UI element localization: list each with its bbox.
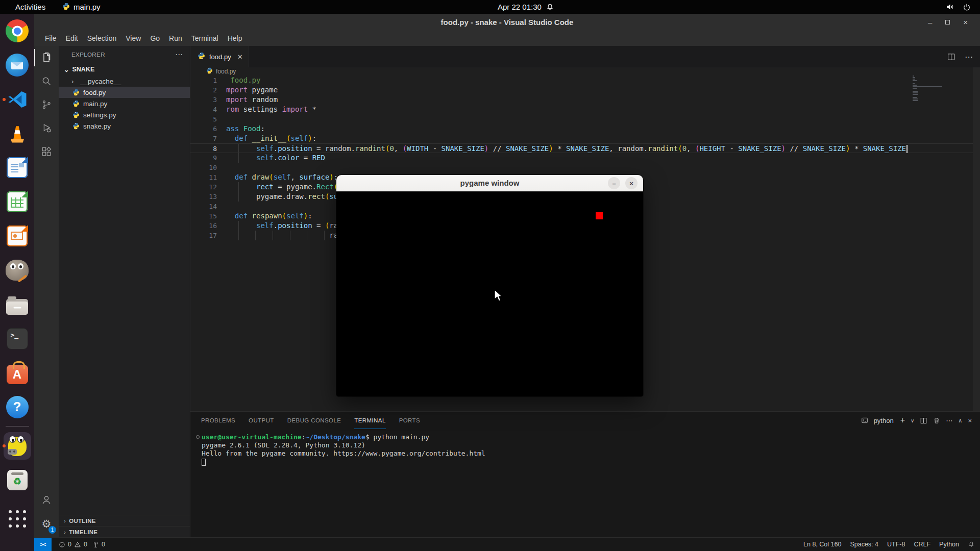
dock-item-app-grid[interactable] [2, 497, 33, 531]
status-python[interactable]: Python [939, 541, 959, 548]
editor-more-actions[interactable]: ⋯ [965, 52, 973, 62]
vscode-titlebar[interactable]: food.py - snake - Visual Studio Code – × [34, 14, 980, 31]
project-root-row[interactable]: ⌄ SNAKE [59, 63, 190, 76]
panel-maximize-icon[interactable]: ∧ [958, 417, 962, 424]
breadcrumb-label: food.py [216, 68, 236, 75]
dock-item-libreoffice-impress[interactable] [2, 219, 33, 253]
menu-go[interactable]: Go [145, 34, 164, 42]
pygame-titlebar[interactable]: pygame window – × [336, 175, 643, 191]
food-square [596, 212, 603, 219]
dock-item-files[interactable] [2, 287, 33, 321]
maximize-button[interactable] [945, 20, 950, 24]
panel-tab-debug-console[interactable]: DEBUG CONSOLE [287, 412, 341, 429]
files-folder-icon [6, 299, 28, 315]
menu-help[interactable]: Help [223, 34, 247, 42]
terminal-dropdown-icon[interactable]: ∨ [911, 418, 914, 423]
dock-item-vscode[interactable] [2, 82, 33, 116]
terminal-output[interactable]: user@user-virtual-machine:~/Desktop/snak… [202, 433, 485, 466]
bottom-panel: PROBLEMSOUTPUTDEBUG CONSOLETERMINALPORTS… [190, 411, 980, 537]
kill-terminal-trash-icon[interactable] [933, 417, 940, 424]
menu-selection[interactable]: Selection [83, 34, 121, 42]
menu-file[interactable]: File [40, 34, 61, 42]
dock-item-pygame-app[interactable] [2, 429, 33, 463]
panel-close-icon[interactable]: × [968, 417, 972, 424]
close-button[interactable]: × [963, 18, 968, 27]
breadcrumb[interactable]: food.py [206, 67, 236, 76]
file-tree-item-snake.py[interactable]: snake.py [59, 120, 190, 132]
search-activity-icon[interactable] [34, 69, 59, 93]
status-crlf[interactable]: CRLF [914, 541, 930, 548]
code-line-2: 2mport pygame [190, 85, 973, 95]
system-status-area[interactable] [946, 0, 971, 14]
chrome-icon [6, 19, 29, 42]
power-icon [963, 3, 971, 11]
settings-gear-icon[interactable]: ⚙ 1 [34, 512, 59, 535]
new-terminal-icon[interactable]: + [900, 416, 905, 425]
split-editor-icon[interactable] [947, 53, 955, 61]
menu-terminal[interactable]: Terminal [187, 34, 223, 42]
status-ln[interactable]: Ln 8, Col 160 [803, 541, 841, 548]
ports-count: 0 [102, 541, 105, 548]
ports-status[interactable]: 0 [89, 538, 108, 551]
sidebar-section-outline[interactable]: ›OUTLINE [59, 515, 190, 526]
extensions-activity-icon[interactable] [34, 140, 59, 163]
tab-close-icon[interactable]: ✕ [237, 53, 243, 61]
panel-tab-problems[interactable]: PROBLEMS [201, 412, 235, 429]
remote-indicator[interactable]: >< [34, 538, 52, 551]
panel-tab-output[interactable]: OUTPUT [249, 412, 274, 429]
status-spaces[interactable]: Spaces: 4 [850, 541, 878, 548]
minimap[interactable] [913, 76, 944, 102]
clock-menu[interactable]: Apr 22 01:30 [498, 0, 554, 14]
dock-item-thunderbird[interactable] [2, 48, 33, 82]
dock-item-trash[interactable] [2, 463, 33, 497]
menu-edit[interactable]: Edit [61, 34, 83, 42]
menu-run[interactable]: Run [164, 34, 187, 42]
dock-item-vlc[interactable] [2, 116, 33, 151]
dock-item-gimp[interactable] [2, 253, 33, 287]
python-icon [198, 52, 205, 61]
dock-item-libreoffice-calc[interactable] [2, 185, 33, 219]
explorer-activity-icon[interactable] [34, 46, 59, 69]
sidebar-section-timeline[interactable]: ›TIMELINE [59, 526, 190, 537]
activity-bar: ⚙ 1 [34, 46, 59, 537]
menu-view[interactable]: View [121, 34, 145, 42]
source-control-activity-icon[interactable] [34, 93, 59, 116]
explorer-more-actions[interactable]: ⋯ [175, 50, 183, 59]
chevron-right-icon: › [64, 518, 66, 524]
dock-item-help[interactable] [2, 390, 33, 424]
code-line-1: 1 food.py [190, 76, 973, 85]
activities-button[interactable]: Activities [15, 0, 45, 14]
dock-item-chrome[interactable] [2, 14, 33, 48]
run-debug-activity-icon[interactable] [34, 116, 59, 140]
focused-app-indicator[interactable]: main.py [62, 0, 101, 14]
pygame-minimize-button[interactable]: – [608, 177, 620, 189]
panel-tab-ports[interactable]: PORTS [399, 412, 420, 429]
pygame-window[interactable]: pygame window – × [336, 175, 643, 396]
code-line-8: 8 self.position = random.randint(0, (WID… [190, 143, 973, 153]
python-icon [206, 67, 213, 76]
file-tree-item-settings.py[interactable]: settings.py [59, 109, 190, 120]
debug-icon [41, 122, 52, 134]
dock-item-terminal[interactable] [2, 321, 33, 356]
notifications-bell-icon[interactable] [968, 541, 975, 548]
dock-item-ubuntu-software[interactable] [2, 356, 33, 390]
problems-status[interactable]: 0 0 [56, 538, 90, 551]
pygame-close-button[interactable]: × [625, 177, 638, 189]
dock-divider [6, 426, 29, 427]
status-utf-8[interactable]: UTF-8 [887, 541, 905, 548]
pygame-app-icon [6, 434, 29, 458]
minimize-button[interactable]: – [928, 18, 932, 27]
dock-item-libreoffice-writer[interactable] [2, 151, 33, 185]
file-tree-item-__pycache__[interactable]: ›__pycache__ [59, 76, 190, 87]
accounts-icon[interactable] [34, 488, 59, 512]
explorer-header: EXPLORER [71, 52, 105, 58]
file-tree-item-food.py[interactable]: food.py [59, 87, 190, 98]
file-tree-item-main.py[interactable]: main.py [59, 98, 190, 109]
pygame-canvas[interactable] [336, 192, 643, 396]
errors-icon [59, 541, 65, 548]
tab-food-py[interactable]: food.py ✕ [190, 46, 249, 67]
split-terminal-icon[interactable] [920, 417, 927, 424]
panel-more-actions[interactable]: ⋯ [946, 417, 952, 424]
editor-scrollbar[interactable] [973, 67, 980, 411]
panel-tab-terminal[interactable]: TERMINAL [354, 412, 385, 429]
